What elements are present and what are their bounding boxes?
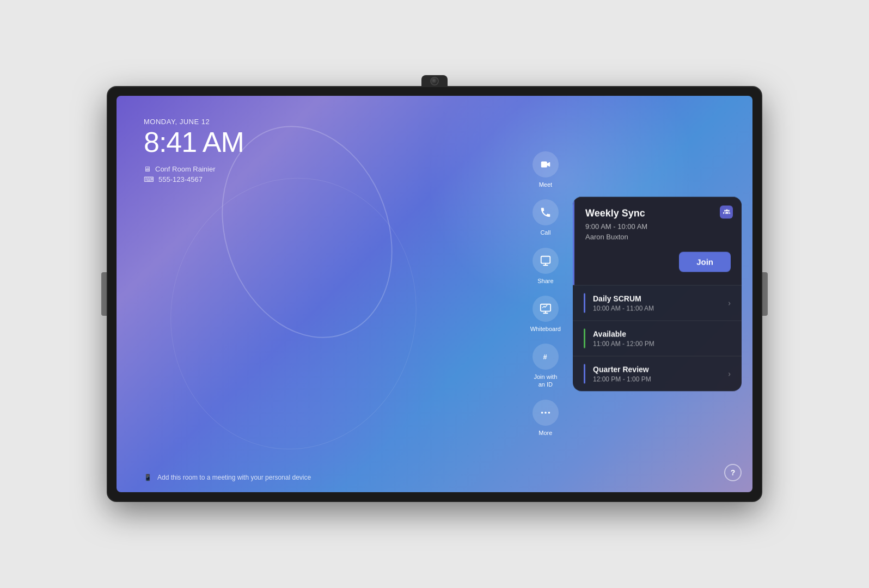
- list-item-available[interactable]: Available 11:00 AM - 12:00 PM: [573, 321, 742, 356]
- whiteboard-label: Whiteboard: [530, 325, 561, 333]
- list-item-quarter-review[interactable]: Quarter Review 12:00 PM - 1:00 PM ›: [573, 356, 742, 391]
- whiteboard-icon: [533, 296, 559, 322]
- quarter-review-content: Quarter Review 12:00 PM - 1:00 PM: [593, 365, 728, 383]
- svg-point-4: [544, 412, 547, 414]
- camera-lens: [430, 77, 439, 85]
- daily-scrum-time: 10:00 AM - 11:00 AM: [593, 304, 728, 312]
- join-id-icon: #: [533, 344, 559, 370]
- phone-number: ⌨ 555-123-4567: [144, 175, 244, 183]
- indicator-daily-scrum: [584, 293, 585, 313]
- device-outer: MONDAY, JUNE 12 8:41 AM 🖥 Conf Room Rain…: [108, 87, 761, 501]
- svg-point-3: [541, 412, 543, 414]
- help-icon: ?: [731, 468, 736, 477]
- svg-rect-0: [541, 256, 550, 263]
- quarter-review-chevron: ›: [728, 370, 731, 378]
- whiteboard-button[interactable]: Whiteboard: [524, 291, 567, 337]
- indicator-quarter-review: [584, 364, 585, 384]
- actions-panel: Meet Call: [524, 147, 567, 441]
- call-label: Call: [540, 229, 550, 236]
- call-button[interactable]: Call: [526, 195, 565, 241]
- bottom-notice-bar: 📱 Add this room to a meeting with your p…: [144, 474, 311, 481]
- call-icon: [533, 199, 559, 225]
- share-button[interactable]: Share: [526, 243, 565, 289]
- main-meeting-organizer: Aaron Buxton: [585, 233, 731, 241]
- help-button[interactable]: ?: [724, 464, 742, 481]
- dialpad-icon: ⌨: [144, 175, 154, 183]
- monitor-icon: 🖥: [144, 165, 151, 173]
- available-time: 11:00 AM - 12:00 PM: [593, 340, 731, 347]
- info-area: MONDAY, JUNE 12 8:41 AM 🖥 Conf Room Rain…: [144, 118, 244, 183]
- room-info: 🖥 Conf Room Rainier ⌨ 555-123-4567: [144, 165, 244, 183]
- list-item-daily-scrum[interactable]: Daily SCRUM 10:00 AM - 11:00 AM ›: [573, 285, 742, 321]
- meet-button[interactable]: Meet: [526, 147, 565, 193]
- svg-rect-1: [541, 304, 550, 311]
- meet-label: Meet: [539, 181, 552, 188]
- share-icon: [533, 248, 559, 274]
- date-label: MONDAY, JUNE 12: [144, 118, 244, 126]
- svg-text:#: #: [543, 353, 547, 361]
- main-meeting-card: Weekly Sync 9:00 AM - 10:00 AM Aaron Bux…: [573, 197, 742, 285]
- daily-scrum-content: Daily SCRUM 10:00 AM - 11:00 AM: [593, 294, 728, 312]
- svg-point-5: [548, 412, 550, 414]
- meet-icon: [533, 151, 559, 177]
- room-name: 🖥 Conf Room Rainier: [144, 165, 244, 173]
- daily-scrum-title: Daily SCRUM: [593, 294, 728, 303]
- join-id-button[interactable]: # Join withan ID: [526, 339, 565, 393]
- more-icon: [533, 400, 559, 426]
- more-button[interactable]: More: [526, 395, 565, 441]
- daily-scrum-chevron: ›: [728, 299, 731, 308]
- main-meeting-title: Weekly Sync: [585, 208, 731, 219]
- camera-bump: [421, 75, 448, 87]
- main-meeting-time: 9:00 AM - 10:00 AM: [585, 223, 731, 231]
- join-id-label: Join withan ID: [534, 373, 557, 389]
- available-content: Available 11:00 AM - 12:00 PM: [593, 329, 731, 347]
- tv-frame: MONDAY, JUNE 12 8:41 AM 🖥 Conf Room Rain…: [108, 87, 761, 501]
- more-label: More: [538, 429, 552, 437]
- screen: MONDAY, JUNE 12 8:41 AM 🖥 Conf Room Rain…: [117, 96, 752, 492]
- share-label: Share: [537, 277, 553, 285]
- available-title: Available: [593, 329, 731, 338]
- quarter-review-time: 12:00 PM - 1:00 PM: [593, 375, 728, 383]
- quarter-review-title: Quarter Review: [593, 365, 728, 373]
- tv-stand-left: [101, 272, 108, 316]
- join-button[interactable]: Join: [679, 252, 731, 272]
- tv-stand-right: [761, 272, 768, 316]
- notice-text: Add this room to a meeting with your per…: [157, 474, 311, 481]
- teams-icon: [720, 206, 733, 219]
- time-label: 8:41 AM: [144, 128, 244, 156]
- meeting-panel: Weekly Sync 9:00 AM - 10:00 AM Aaron Bux…: [573, 197, 742, 391]
- notice-icon: 📱: [144, 474, 152, 481]
- indicator-available: [584, 329, 585, 348]
